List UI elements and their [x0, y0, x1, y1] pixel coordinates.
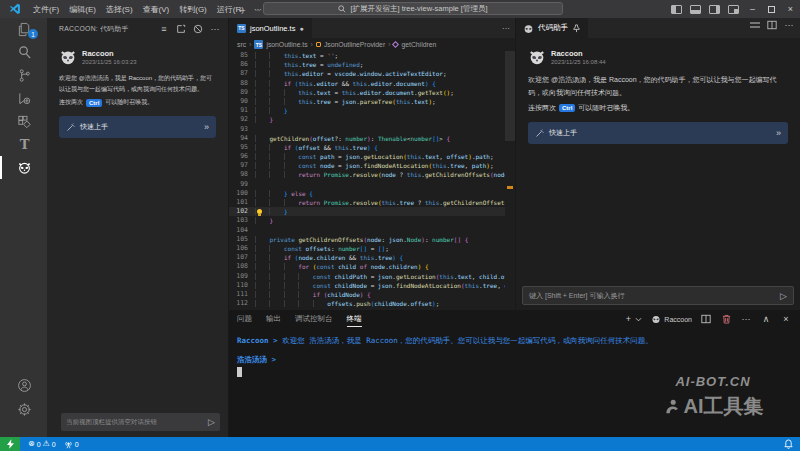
menu-view[interactable]: 查看(V) — [138, 4, 175, 15]
menu-selection[interactable]: 选择(S) — [101, 4, 138, 15]
code-line[interactable]: 102 } — [229, 207, 505, 216]
minimize-button[interactable]: – — [743, 0, 762, 18]
code-line[interactable]: 85 this.text = ''; — [229, 51, 505, 60]
tab-terminal[interactable]: 终端 — [347, 312, 362, 327]
code-line[interactable]: 106 const offsets: number[] = []; — [229, 244, 505, 253]
back-arrow-icon[interactable]: ← — [238, 4, 247, 14]
code-line[interactable]: 89 this.text = this.editor.document.getT… — [229, 88, 505, 97]
code-line[interactable]: 91 } — [229, 106, 505, 115]
toggle-panel-icon[interactable] — [690, 5, 701, 14]
close-button[interactable]: × — [781, 0, 800, 18]
overview-ruler[interactable] — [505, 51, 515, 310]
code-line[interactable]: 105 private getChildrenOffsets(node: jso… — [229, 235, 505, 244]
maximize-panel-icon[interactable]: ∧ — [760, 312, 772, 326]
line-number: 85 — [229, 51, 255, 60]
terminal-instance-label[interactable]: Raccoon — [651, 314, 692, 324]
breadcrumb-method[interactable]: getChildren — [401, 41, 436, 48]
code-line[interactable]: 108 for (const child of node.children) { — [229, 262, 505, 271]
menu-go[interactable]: 转到(G) — [174, 4, 212, 15]
code-line[interactable]: 88 if (this.editor && this.editor.docume… — [229, 79, 505, 88]
editor-more-actions-icon[interactable]: ··· — [497, 18, 515, 38]
code-line[interactable]: 96 const path = json.getLocation(this.te… — [229, 152, 505, 161]
sidebar-item-raccoon[interactable] — [0, 156, 47, 179]
terminal-dropdown-icon[interactable] — [634, 312, 643, 326]
code-line[interactable]: 98 return Promise.resolve(node ? this.ge… — [229, 170, 505, 179]
problems-status[interactable]: ⊗ 0 ⚠ 0 — [28, 440, 56, 448]
settings-gear-icon[interactable] — [0, 398, 47, 421]
modified-dot-icon[interactable]: ● — [299, 25, 303, 32]
tab-output[interactable]: 输出 — [266, 312, 281, 326]
pin-icon[interactable] — [572, 24, 581, 33]
terminal-content[interactable]: Raccoon > 欢迎您 浩浩汤汤，我是 Raccoon，您的代码助手。您可以… — [229, 328, 800, 377]
code-line[interactable]: 107 if (node.children && this.tree) { — [229, 253, 505, 262]
block-icon[interactable] — [191, 22, 205, 36]
line-number: 87 — [229, 69, 255, 78]
code-line[interactable]: 95 if (offset && this.tree) { — [229, 143, 505, 152]
code-line[interactable]: 97 const node = json.findNodeAtLocation(… — [229, 161, 505, 170]
code-text: this.text = ''; — [255, 51, 338, 60]
remote-indicator[interactable] — [0, 437, 20, 451]
more-actions-icon[interactable]: ··· — [740, 312, 752, 326]
code-line[interactable]: 112 offsets.push(childNode.offset); — [229, 299, 505, 308]
breadcrumb-class[interactable]: JsonOutlineProvider — [324, 41, 385, 48]
code-line[interactable]: 101 return Promise.resolve(this.tree ? t… — [229, 198, 505, 207]
quickstart-button[interactable]: 快速上手 » — [528, 122, 788, 144]
sidebar-chat-input[interactable]: 当前视图顶栏提供清空对话按钮 ▷ — [61, 413, 220, 431]
assistant-message: Raccoon 2023/11/25 16:03:23 欢迎您 @浩浩汤汤，我是… — [47, 40, 228, 138]
code-line[interactable]: 92 } — [229, 115, 505, 124]
menu-edit[interactable]: 编辑(E) — [64, 4, 101, 15]
toggle-sidebar-right-icon[interactable] — [709, 5, 720, 14]
breadcrumb-src[interactable]: src — [237, 41, 246, 48]
forward-arrow-icon[interactable]: → — [253, 4, 262, 14]
code-line[interactable]: 111 if (childNode) { — [229, 290, 505, 299]
toggle-layout-icon[interactable] — [748, 18, 762, 32]
tab-jsonoutline[interactable]: TS jsonOutline.ts ● — [229, 18, 313, 38]
menu-file[interactable]: 文件(F) — [28, 4, 64, 15]
code-line[interactable]: 104 — [229, 226, 505, 235]
sidebar-item-run-debug[interactable] — [0, 87, 47, 110]
code-line[interactable]: 99 — [229, 180, 505, 189]
tab-debug-console[interactable]: 调试控制台 — [295, 312, 333, 326]
customize-layout-icon[interactable] — [728, 5, 739, 14]
sidebar-item-search[interactable] — [0, 41, 47, 64]
account-button[interactable] — [0, 374, 47, 397]
send-icon[interactable]: ▷ — [780, 291, 787, 301]
notifications-bell-icon[interactable] — [784, 439, 793, 449]
code-line[interactable]: 110 const childNode = json.findNodeAtLoc… — [229, 281, 505, 290]
code-line[interactable]: 93 — [229, 125, 505, 134]
breadcrumb-file[interactable]: jsonOutline.ts — [266, 41, 307, 48]
new-terminal-icon[interactable]: + — [622, 312, 634, 326]
quickstart-button[interactable]: 快速上手 » — [59, 116, 216, 138]
assistant-chat-input[interactable]: 键入 [Shift + Enter] 可输入换行 ▷ — [522, 286, 794, 305]
toggle-sidebar-left-icon[interactable] — [671, 5, 682, 14]
clear-chat-icon[interactable]: ≡ — [157, 22, 171, 36]
kill-terminal-icon[interactable] — [720, 312, 732, 326]
code-line[interactable]: 86 this.tree = undefined; — [229, 60, 505, 69]
code-line[interactable]: 94 getChildren(offset?: number): Thenabl… — [229, 134, 505, 143]
code-line[interactable]: 103 } — [229, 216, 505, 225]
send-icon[interactable]: ▷ — [208, 417, 215, 427]
code-line[interactable]: 90 this.tree = json.parseTree(this.text)… — [229, 97, 505, 106]
sidebar-item-extensions[interactable] — [0, 110, 47, 133]
raccoon-avatar — [528, 48, 546, 66]
split-terminal-icon[interactable] — [700, 312, 712, 326]
split-editor-icon[interactable] — [765, 18, 779, 32]
code-line[interactable]: 109 const childPath = json.getLocation(t… — [229, 272, 505, 281]
more-actions-icon[interactable]: ··· — [208, 22, 222, 36]
tab-problems[interactable]: 问题 — [237, 312, 252, 326]
sidebar-item-source-control[interactable] — [0, 64, 47, 87]
tab-assistant[interactable]: 代码助手 — [516, 18, 589, 38]
code-lines[interactable]: 85 this.text = '';86 this.tree = undefin… — [229, 51, 505, 310]
code-line[interactable]: 87 this.editor = vscode.window.activeTex… — [229, 69, 505, 78]
sidebar-item-explorer[interactable]: 1 — [0, 18, 47, 41]
sidebar-item-tree-view[interactable]: T — [0, 133, 47, 156]
more-actions-icon[interactable]: ··· — [782, 18, 796, 32]
maximize-button[interactable] — [762, 0, 781, 18]
close-panel-icon[interactable]: × — [780, 312, 792, 326]
line-number: 97 — [229, 161, 255, 170]
broadcast-status[interactable]: 0 — [64, 440, 79, 449]
scrollbar-slider[interactable] — [505, 51, 515, 141]
command-center[interactable]: [扩展开发宿主] tree-view-sample [管理员] — [263, 2, 563, 15]
code-line[interactable]: 100 } else { — [229, 189, 505, 198]
new-chat-icon[interactable] — [174, 22, 188, 36]
